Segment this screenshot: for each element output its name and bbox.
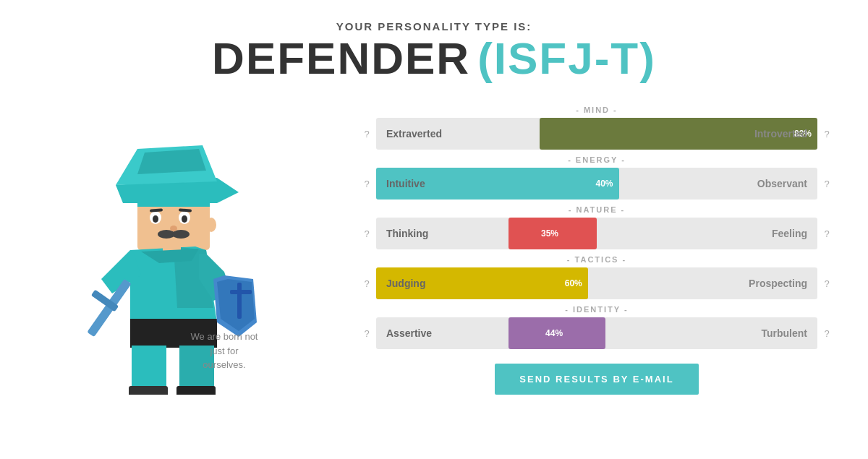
main-content: We are born not just for ourselves. - MI…	[36, 98, 832, 395]
percent-nature: 35%	[541, 228, 564, 239]
category-tactics: - TACTICS -	[362, 255, 832, 264]
question-nature-right[interactable]: ?	[822, 228, 832, 239]
bar-fill-nature: 35%	[509, 218, 597, 249]
svg-point-8	[182, 215, 187, 223]
category-mind: - MIND -	[362, 106, 832, 114]
character-quote: We are born not just for ourselves.	[191, 330, 258, 372]
label-assertive: Assertive	[386, 327, 432, 339]
bar-row-energy: ? Intuitive 40% Observant ?	[362, 168, 832, 200]
percent-tactics: 60%	[565, 278, 588, 288]
bar-row-tactics: ? Judging 60% Prospecting ?	[362, 267, 832, 299]
trait-tactics: - TACTICS - ? Judging 60% Prospecting ?	[362, 255, 832, 299]
bar-container-energy: Intuitive 40% Observant	[376, 168, 817, 200]
character-illustration	[72, 91, 304, 373]
personality-type-name: DEFENDER	[212, 33, 470, 84]
svg-rect-17	[132, 346, 166, 389]
personality-type-code: (ISFJ-T)	[477, 33, 656, 84]
bar-fill-identity: 44%	[509, 317, 605, 349]
trait-energy: - ENERGY - ? Intuitive 40% Observant ?	[362, 155, 832, 200]
label-intuitive: Intuitive	[386, 178, 425, 189]
send-results-button[interactable]: SEND RESULTS BY E-MAIL	[495, 364, 698, 395]
question-identity-left[interactable]: ?	[362, 328, 372, 339]
svg-point-7	[153, 215, 158, 223]
label-observant: Observant	[757, 178, 807, 189]
svg-point-12	[172, 230, 190, 239]
svg-rect-19	[129, 386, 168, 395]
title-row: DEFENDER (ISFJ-T)	[212, 33, 656, 84]
trait-mind: - MIND - ? Extraverted 83% Introverted ?	[362, 106, 832, 150]
left-section: We are born not just for ourselves.	[36, 98, 340, 395]
svg-rect-20	[176, 386, 216, 395]
trait-nature: - NATURE - ? Thinking 35% Feeling ?	[362, 205, 832, 249]
question-energy-right[interactable]: ?	[822, 179, 832, 189]
header-section: YOUR PERSONALITY TYPE IS: DEFENDER (ISFJ…	[212, 0, 656, 91]
label-prospecting: Prospecting	[749, 278, 807, 289]
percent-energy: 40%	[595, 179, 618, 189]
bar-row-nature: ? Thinking 35% Feeling ?	[362, 218, 832, 249]
question-nature-left[interactable]: ?	[362, 228, 372, 239]
question-mind-right[interactable]: ?	[822, 129, 832, 140]
trait-identity: - IDENTITY - ? Assertive 44% Turbulent ?	[362, 305, 832, 349]
svg-point-33	[206, 218, 216, 232]
label-feeling: Feeling	[772, 228, 807, 239]
question-identity-right[interactable]: ?	[822, 328, 832, 339]
percent-identity: 44%	[545, 328, 569, 338]
svg-rect-30	[237, 283, 242, 319]
bar-container-mind: Extraverted 83% Introverted	[376, 118, 817, 150]
category-nature: - NATURE -	[362, 205, 832, 214]
category-energy: - ENERGY -	[362, 155, 832, 164]
traits-section: - MIND - ? Extraverted 83% Introverted ?…	[362, 98, 832, 395]
label-judging: Judging	[386, 278, 425, 289]
label-introverted: Introverted	[754, 128, 807, 140]
svg-marker-2	[137, 149, 206, 174]
subtitle: YOUR PERSONALITY TYPE IS:	[212, 20, 656, 33]
question-mind-left[interactable]: ?	[362, 129, 372, 140]
category-identity: - IDENTITY -	[362, 305, 832, 314]
label-extraverted: Extraverted	[386, 128, 442, 140]
send-button-container: SEND RESULTS BY E-MAIL	[362, 364, 832, 395]
svg-point-13	[170, 226, 177, 231]
label-turbulent: Turbulent	[761, 327, 807, 339]
bar-row-identity: ? Assertive 44% Turbulent ?	[362, 317, 832, 349]
question-tactics-right[interactable]: ?	[822, 278, 832, 289]
label-thinking: Thinking	[386, 228, 428, 239]
bar-row-mind: ? Extraverted 83% Introverted ?	[362, 118, 832, 150]
bar-container-identity: Assertive 44% Turbulent	[376, 317, 817, 349]
bar-container-tactics: Judging 60% Prospecting	[376, 267, 817, 299]
question-energy-left[interactable]: ?	[362, 179, 372, 189]
svg-rect-4	[137, 192, 210, 207]
bar-container-nature: Thinking 35% Feeling	[376, 218, 817, 249]
question-tactics-left[interactable]: ?	[362, 278, 372, 289]
